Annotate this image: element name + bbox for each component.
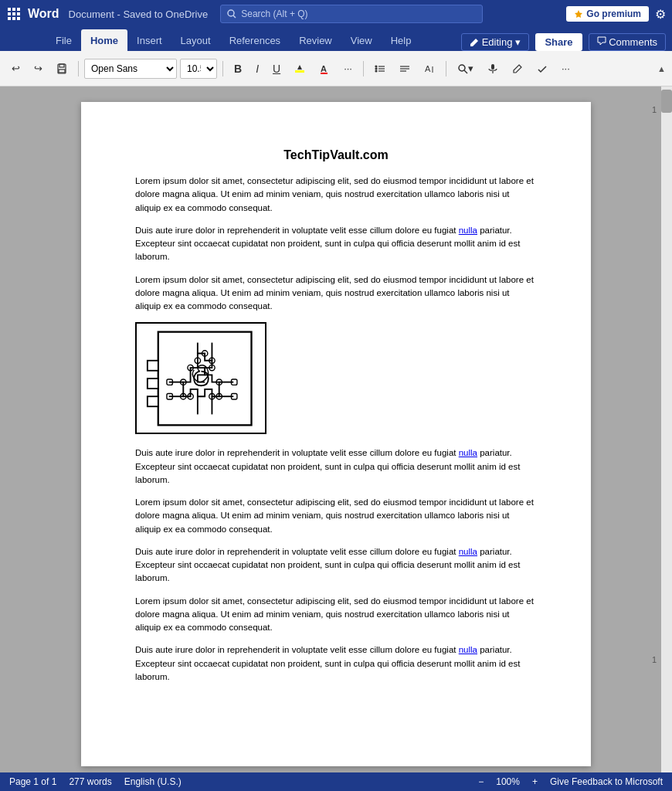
- scrollbar[interactable]: [661, 87, 672, 772]
- share-button[interactable]: Share: [535, 33, 582, 51]
- svg-point-22: [375, 68, 377, 70]
- scrollbar-thumb[interactable]: [661, 90, 672, 113]
- editing-button[interactable]: Editing ▾: [461, 33, 530, 51]
- svg-rect-14: [59, 70, 65, 73]
- zoom-out-icon[interactable]: −: [478, 776, 484, 787]
- svg-point-23: [375, 70, 377, 72]
- svg-rect-0: [8, 8, 11, 11]
- svg-rect-36: [147, 396, 158, 406]
- tab-layout[interactable]: Layout: [171, 29, 220, 51]
- editor-button[interactable]: [507, 58, 528, 80]
- find-button[interactable]: ▾: [452, 58, 479, 80]
- svg-rect-6: [8, 17, 11, 20]
- underline-button[interactable]: U: [267, 58, 286, 80]
- tab-view[interactable]: View: [341, 29, 382, 51]
- italic-button[interactable]: I: [250, 58, 264, 80]
- svg-text:A: A: [425, 64, 431, 73]
- more-font-button[interactable]: ···: [338, 58, 358, 80]
- list-button[interactable]: [369, 58, 391, 80]
- svg-rect-8: [17, 17, 20, 20]
- save-button[interactable]: [51, 58, 73, 80]
- svg-rect-34: [147, 361, 158, 371]
- svg-rect-31: [491, 64, 494, 70]
- tab-insert[interactable]: Insert: [127, 29, 171, 51]
- title-bar: Word Document - Saved to OneDrive Search…: [0, 0, 672, 28]
- highlight-button[interactable]: [289, 58, 311, 80]
- style-button[interactable]: A: [419, 58, 440, 80]
- svg-rect-33: [158, 331, 251, 425]
- status-bar: Page 1 of 1 277 words English (U.S.) − 1…: [0, 772, 672, 791]
- paragraph-4[interactable]: Duis aute irure dolor in reprehenderit i…: [135, 446, 537, 487]
- svg-rect-5: [17, 12, 20, 15]
- settings-icon[interactable]: ⚙: [655, 7, 666, 22]
- main-content-area[interactable]: 1 TechTipVault.com Lorem ipsum dolor sit…: [0, 87, 672, 772]
- tab-help[interactable]: Help: [382, 29, 421, 51]
- svg-rect-17: [321, 73, 328, 74]
- go-premium-button[interactable]: Go premium: [566, 6, 649, 22]
- bold-button[interactable]: B: [229, 58, 247, 80]
- svg-point-9: [228, 10, 234, 16]
- link-nulla-3[interactable]: nulla: [459, 547, 477, 556]
- svg-rect-7: [12, 17, 15, 20]
- svg-rect-2: [17, 8, 20, 11]
- tab-home[interactable]: Home: [81, 29, 127, 51]
- sep2: [222, 61, 223, 76]
- page-num-top: 1: [652, 105, 657, 114]
- tab-file[interactable]: File: [46, 29, 81, 51]
- overflow-button[interactable]: ···: [556, 58, 575, 80]
- svg-marker-11: [575, 10, 582, 18]
- redo-button[interactable]: ↪: [29, 58, 48, 80]
- search-placeholder: Search (Alt + Q): [241, 8, 307, 19]
- sep4: [446, 61, 446, 76]
- search-box[interactable]: Search (Alt + Q): [220, 5, 483, 23]
- svg-point-21: [375, 66, 377, 67]
- svg-rect-13: [59, 64, 64, 67]
- font-size-select[interactable]: 10.5 8 10 11 12 14 16: [180, 59, 217, 79]
- paragraph-6[interactable]: Duis aute irure dolor in reprehenderit i…: [135, 545, 537, 586]
- collapse-ribbon-button[interactable]: ▲: [657, 64, 666, 73]
- document-title: TechTipVault.com: [135, 148, 537, 162]
- voice-button[interactable]: [482, 58, 504, 80]
- link-nulla-4[interactable]: nulla: [459, 645, 477, 654]
- ribbon-tabs: File Home Insert Layout References Revie…: [0, 28, 672, 51]
- paragraph-3[interactable]: Lorem ipsum dolor sit amet, consectetur …: [135, 273, 537, 314]
- zoom-in-icon[interactable]: +: [532, 776, 538, 787]
- tab-references[interactable]: References: [220, 29, 290, 51]
- comments-button[interactable]: Comments: [589, 33, 666, 51]
- ribbon-right-actions: Editing ▾ Share Comments: [461, 33, 672, 51]
- toolbar: ↩ ↪ Open Sans Arial Times New Roman Cali…: [0, 51, 672, 87]
- paragraph-1[interactable]: Lorem ipsum dolor sit amet, consectetur …: [135, 175, 537, 215]
- font-color-button[interactable]: A: [314, 58, 335, 80]
- zoom-level: 100%: [496, 776, 520, 787]
- paragraph-2[interactable]: Duis aute irure dolor in reprehenderit i…: [135, 224, 537, 264]
- font-name-select[interactable]: Open Sans Arial Times New Roman Calibri: [84, 59, 177, 79]
- tab-review[interactable]: Review: [290, 29, 341, 51]
- sep3: [363, 61, 364, 76]
- word-count: 277 words: [69, 776, 111, 787]
- align-button[interactable]: [394, 58, 416, 80]
- title-bar-right: Go premium ⚙: [566, 6, 666, 22]
- page-num-bottom: 1: [652, 655, 657, 664]
- paragraph-8[interactable]: Duis aute irure dolor in reprehenderit i…: [135, 643, 537, 684]
- svg-line-10: [233, 15, 236, 18]
- paragraph-5[interactable]: Lorem ipsum dolor sit amet, consectetur …: [135, 496, 537, 536]
- svg-rect-3: [8, 12, 11, 15]
- apps-icon[interactable]: [6, 6, 22, 22]
- circuit-board-image: [135, 322, 266, 434]
- review-btn[interactable]: [531, 58, 553, 80]
- document-page[interactable]: TechTipVault.com Lorem ipsum dolor sit a…: [81, 102, 591, 766]
- svg-point-29: [459, 65, 465, 71]
- sep1: [78, 61, 79, 76]
- svg-rect-4: [12, 12, 15, 15]
- page-info: Page 1 of 1: [9, 776, 56, 787]
- svg-line-30: [464, 70, 467, 73]
- link-nulla-2[interactable]: nulla: [459, 448, 477, 457]
- paragraph-7[interactable]: Lorem ipsum dolor sit amet, consectetur …: [135, 595, 537, 635]
- feedback-link[interactable]: Give Feedback to Microsoft: [550, 776, 663, 787]
- app-name: Word: [28, 7, 59, 21]
- svg-text:A: A: [321, 64, 327, 73]
- undo-button[interactable]: ↩: [6, 58, 25, 80]
- svg-rect-35: [147, 379, 158, 389]
- link-nulla-1[interactable]: nulla: [459, 226, 477, 235]
- language: English (U.S.): [124, 776, 182, 787]
